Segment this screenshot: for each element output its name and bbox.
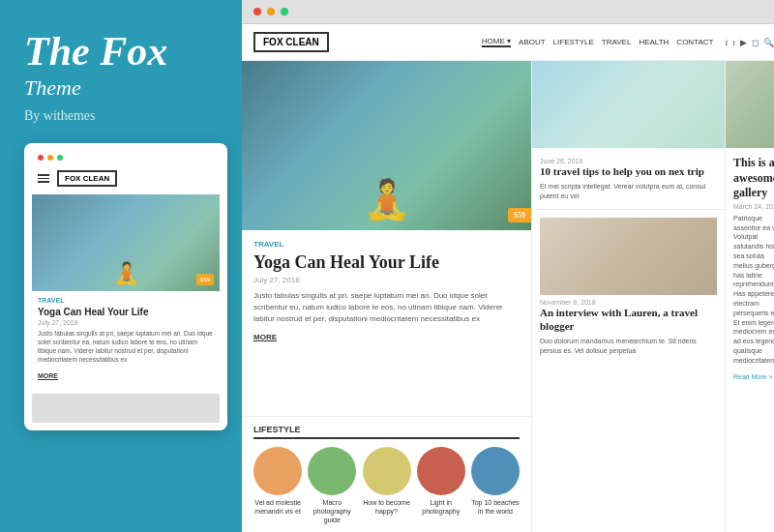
mid-text-2: Duo dolorum mandamus menearchium te. Sit…	[540, 337, 717, 356]
site-body: 🧘 $59 TRAVEL Yoga Can Heal Your Life Jul…	[242, 61, 774, 532]
mid-title-2[interactable]: An interview with Lauren, a travel blogg…	[540, 306, 717, 334]
nav-lifestyle[interactable]: LIFESTYLE	[553, 38, 594, 46]
dot-red	[38, 155, 44, 161]
price-badge: $59	[508, 208, 531, 222]
right-column: W This is an awesome gallery March 24, 2…	[726, 61, 774, 532]
browser-chrome	[242, 0, 774, 24]
lifestyle-caption-4: Light in photography	[417, 498, 465, 516]
mobile-logo: FOX CLEAN	[57, 170, 117, 187]
youtube-icon[interactable]: ▶	[740, 38, 747, 47]
site-nav: FOX CLEAN HOME ▾ ABOUT LIFESTYLE TRAVEL …	[242, 24, 774, 61]
main-article-text: Justo fabulas singulls at pri, saepe lup…	[253, 290, 520, 325]
main-column: 🧘 $59 TRAVEL Yoga Can Heal Your Life Jul…	[242, 61, 532, 532]
mid-column: June 26, 2018 10 travel tips to help you…	[532, 61, 726, 532]
left-panel: The Fox Theme By withemes FOX CLEAN 🧘 $5…	[0, 0, 242, 532]
mobile-article-title: Yoga Can Heal Your Life	[38, 306, 214, 318]
lifestyle-item-1: Vel ad molestie menandri vis et	[253, 447, 302, 524]
lifestyle-item-3: How to become happy?	[362, 447, 410, 524]
lifestyle-item-4: Light in photography	[417, 447, 465, 524]
lifestyle-circle-2	[308, 447, 356, 495]
theme-subtitle: Theme	[24, 75, 218, 101]
mobile-nav: FOX CLEAN	[32, 166, 220, 191]
nav-home[interactable]: HOME ▾	[482, 37, 511, 47]
lifestyle-circle-5	[471, 447, 520, 495]
browser-panel: FOX CLEAN HOME ▾ ABOUT LIFESTYLE TRAVEL …	[242, 0, 774, 532]
lifestyle-header: LIFESTYLE	[253, 425, 520, 439]
mid-title-1[interactable]: 10 travel tips to help you on nex trip	[540, 164, 717, 178]
mid-article-1: June 26, 2018 10 travel tips to help you…	[532, 148, 725, 210]
yoga-figure-icon: 🧘	[113, 261, 139, 286]
right-top-image	[726, 61, 774, 148]
dot-green	[57, 155, 63, 161]
mid-top-image	[532, 61, 725, 148]
dot-yellow	[47, 155, 53, 161]
mobile-hero-image: 🧘 $59	[32, 194, 220, 291]
instagram-icon[interactable]: ◻	[752, 38, 759, 47]
mobile-article-date: July 27, 2018	[38, 319, 214, 326]
main-travel-tag: TRAVEL	[253, 240, 520, 249]
site-logo: FOX CLEAN	[253, 32, 329, 52]
read-more-link[interactable]: Read More »	[733, 373, 772, 380]
lifestyle-circle-1	[253, 447, 302, 495]
nav-icons: f t ▶ ◻ 🔍 ≡	[725, 38, 774, 47]
mid-date-2: November 8, 2018	[540, 299, 717, 306]
right-article: This is an awesome gallery March 24, 201…	[726, 148, 774, 391]
nav-about[interactable]: ABOUT	[519, 38, 546, 46]
lifestyle-caption-5: Top 10 beaches in the world	[471, 498, 520, 516]
mobile-price-badge: $59	[196, 274, 215, 285]
right-text: Patrioque assentior ea vim. Volutpat sal…	[733, 214, 774, 366]
right-date: March 24, 2018	[733, 203, 774, 210]
mobile-browser-dots	[32, 151, 220, 166]
lifestyle-caption-3: How to become happy?	[362, 498, 410, 516]
mobile-mockup: FOX CLEAN 🧘 $59 TRAVEL Yoga Can Heal You…	[24, 143, 227, 429]
mobile-article-text: Justo fabulas singulls at pri, saepe lup…	[38, 329, 214, 364]
main-content: TRAVEL Yoga Can Heal Your Life July 27, …	[242, 230, 531, 416]
nav-health[interactable]: HEALTH	[639, 38, 669, 46]
facebook-icon[interactable]: f	[725, 38, 728, 47]
nav-travel[interactable]: TRAVEL	[602, 38, 632, 46]
lifestyle-caption-2: Macro photography guide	[308, 498, 356, 524]
mid-date-1: June 26, 2018	[540, 158, 717, 164]
main-article-date: July 27, 2018	[253, 276, 520, 284]
search-icon[interactable]: 🔍	[763, 38, 774, 47]
mobile-bottom-strip	[32, 394, 220, 423]
nav-contact[interactable]: CONTACT	[676, 38, 713, 46]
main-more-link[interactable]: MORE	[253, 333, 277, 341]
lifestyle-grid: Vel ad molestie menandri vis et Macro ph…	[253, 447, 520, 524]
lifestyle-section: LIFESTYLE Vel ad molestie menandri vis e…	[242, 416, 531, 532]
lifestyle-item-2: Macro photography guide	[308, 447, 356, 524]
mobile-travel-tag: TRAVEL	[38, 297, 214, 304]
browser-content: FOX CLEAN HOME ▾ ABOUT LIFESTYLE TRAVEL …	[242, 24, 774, 532]
lifestyle-circle-3	[363, 447, 411, 495]
nav-links: HOME ▾ ABOUT LIFESTYLE TRAVEL HEALTH CON…	[482, 37, 714, 47]
hero-yoga-icon: 🧘	[363, 177, 411, 222]
mobile-card: TRAVEL Yoga Can Heal Your Life July 27, …	[32, 291, 220, 387]
browser-dot-yellow[interactable]	[267, 8, 275, 15]
mid-hero-bg	[532, 61, 725, 148]
lifestyle-item-5: Top 10 beaches in the world	[471, 447, 520, 524]
lifestyle-circle-4	[417, 447, 465, 495]
main-article-title[interactable]: Yoga Can Heal Your Life	[253, 251, 520, 274]
lifestyle-caption-1: Vel ad molestie menandri vis et	[253, 498, 302, 516]
mobile-more-link[interactable]: MORE	[38, 372, 58, 379]
twitter-icon[interactable]: t	[732, 38, 735, 47]
hamburger-icon	[38, 174, 49, 183]
theme-title: The Fox	[24, 29, 218, 74]
by-line: By withemes	[24, 108, 218, 124]
browser-dot-red[interactable]	[253, 8, 261, 15]
right-title[interactable]: This is an awesome gallery	[733, 156, 774, 201]
browser-dot-green[interactable]	[281, 8, 288, 15]
mid-article-2: November 8, 2018 An interview with Laure…	[532, 210, 725, 364]
mid-text-1: Et mei scripta intellegat. Verear volutp…	[540, 182, 717, 201]
main-hero-image: 🧘 $59	[242, 61, 531, 230]
mid-hero-2	[540, 218, 717, 295]
